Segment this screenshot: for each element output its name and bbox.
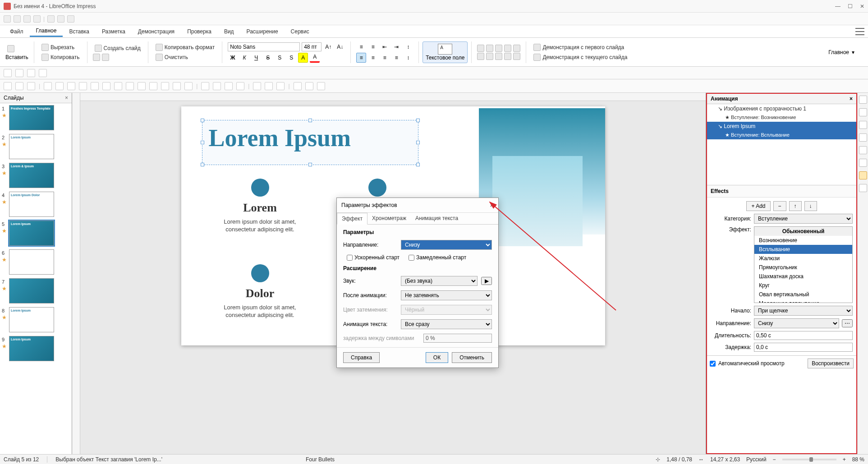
filter-icon[interactable]: [276, 82, 285, 90]
menu-file[interactable]: Файл: [4, 27, 30, 37]
font-size-input[interactable]: [302, 42, 321, 51]
slide-thumb-7[interactable]: 7★: [2, 278, 70, 303]
tb2-icon-3[interactable]: [27, 69, 35, 77]
menu-slideshow[interactable]: Демонстрация: [132, 27, 181, 37]
arrange-icon[interactable]: [225, 82, 233, 90]
direction-select[interactable]: Снизу: [754, 318, 839, 328]
master-slides-icon[interactable]: [859, 184, 867, 192]
move-up-button[interactable]: ↑: [789, 201, 802, 211]
menu-review[interactable]: Проверка: [181, 27, 218, 37]
distribute-icon[interactable]: [236, 82, 244, 90]
demo-current-button[interactable]: Демонстрация с текущего слайда: [532, 53, 629, 62]
transitions-icon[interactable]: [859, 159, 867, 167]
layout-icon[interactable]: [93, 54, 100, 61]
highlight-button[interactable]: A: [298, 53, 308, 63]
layout-dropdown-icon[interactable]: [102, 54, 109, 61]
slide-column-3[interactable]: Dolor Lorem ipsum dolor sit amet, consec…: [208, 264, 312, 319]
menu-home[interactable]: Главное: [30, 26, 63, 37]
slide-thumb-8[interactable]: 8★Lorem Ipsum: [2, 307, 70, 332]
effect-item-2[interactable]: Жалюзи: [754, 254, 852, 263]
chevron-down-icon[interactable]: ▾: [852, 49, 854, 55]
undo-icon[interactable]: [47, 15, 55, 23]
edit-points-icon[interactable]: [294, 82, 302, 90]
indent-decrease-icon[interactable]: ⇤: [380, 42, 390, 52]
dialog-ok-button[interactable]: ОК: [426, 352, 448, 363]
flowchart-icon[interactable]: [149, 82, 157, 90]
clear-format-button[interactable]: Очистить: [154, 53, 216, 62]
format-painter-button[interactable]: Копировать формат: [154, 43, 216, 52]
slide-thumb-9[interactable]: 9★Lorem Ipsum: [2, 336, 70, 361]
line-shape-icon[interactable]: [67, 82, 75, 90]
slide-thumb-3[interactable]: 3★Lorem & Ipsum: [2, 163, 70, 188]
indent-increase-icon[interactable]: ⇥: [391, 42, 401, 52]
effect-options-button[interactable]: ⋯: [842, 319, 853, 327]
media-icon[interactable]: [495, 53, 502, 60]
line-tool-icon[interactable]: [477, 45, 484, 52]
move-down-button[interactable]: ↓: [804, 201, 817, 211]
tb2-icon-2[interactable]: [15, 69, 23, 77]
decrease-font-icon[interactable]: A↓: [335, 42, 345, 52]
align-right-icon[interactable]: ≡: [380, 53, 390, 63]
strikethrough-button[interactable]: S: [263, 53, 273, 63]
zoom-slider[interactable]: [782, 459, 836, 460]
increase-font-icon[interactable]: A↑: [323, 42, 333, 52]
slide-thumb-6[interactable]: 6★: [2, 249, 70, 275]
basic-shapes-icon[interactable]: [114, 82, 122, 90]
duration-input[interactable]: [754, 331, 853, 340]
dialog-close-icon[interactable]: ×: [490, 202, 494, 209]
shapes-sidebar-icon[interactable]: [859, 146, 867, 154]
table-icon[interactable]: [486, 53, 493, 60]
slide-thumb-4[interactable]: 4★Lorem Ipsum Dolor: [2, 192, 70, 217]
arrow-shape-icon[interactable]: [79, 82, 87, 90]
styles-icon[interactable]: [859, 108, 867, 116]
shadow-icon[interactable]: [253, 82, 261, 90]
slide-thumb-5[interactable]: 5★Lorem Ipsum: [2, 221, 70, 246]
status-zoom[interactable]: 88 %: [852, 456, 864, 463]
italic-button[interactable]: К: [239, 53, 249, 63]
auto-preview-checkbox[interactable]: [710, 361, 716, 367]
slide-column-1[interactable]: Lorem Lorem ipsum dolor sit amet, consec…: [208, 179, 312, 234]
start-select[interactable]: При щелчке: [754, 306, 853, 316]
block-arrows-icon[interactable]: [138, 82, 146, 90]
image-icon[interactable]: [513, 45, 520, 52]
animation-panel-close-icon[interactable]: ×: [850, 96, 853, 102]
effect-item-5[interactable]: Круг: [754, 281, 852, 290]
3d-icon[interactable]: [184, 82, 193, 90]
properties-icon[interactable]: [859, 96, 867, 104]
slide-title-text[interactable]: Lorem Ipsum: [202, 120, 418, 156]
slides-panel-close-icon[interactable]: ×: [65, 95, 68, 101]
align-objects-icon[interactable]: [213, 82, 221, 90]
valign-icon[interactable]: ↕: [403, 53, 413, 63]
effect-item-6[interactable]: Овал вертикальный: [754, 290, 852, 299]
anim-item-1[interactable]: ★ Вступление: Возникновение: [707, 113, 856, 122]
symbol-shapes-icon[interactable]: [126, 82, 134, 90]
ribbon-main-dropdown[interactable]: Главное: [828, 49, 849, 55]
connector-shape-icon[interactable]: [102, 82, 110, 90]
animation-list[interactable]: ↘ Изображения с прозрачностью 1★ Вступле…: [707, 104, 856, 185]
menu-view[interactable]: Вид: [218, 27, 240, 37]
category-select[interactable]: Вступление: [754, 214, 853, 224]
connector-icon[interactable]: [495, 45, 502, 52]
extrusion-icon[interactable]: [317, 82, 325, 90]
slides-list[interactable]: 1★Freshes Impress Template2★Lorem Ipsum3…: [0, 103, 72, 454]
stars-icon[interactable]: [173, 82, 181, 90]
save-as-icon[interactable]: [33, 15, 41, 23]
rect-shape-icon[interactable]: [44, 82, 52, 90]
slide-thumb-1[interactable]: 1★Freshes Impress Template: [2, 105, 70, 130]
zoom-tool-icon[interactable]: [15, 82, 23, 90]
dialog-help-button[interactable]: Справка: [343, 352, 380, 363]
dlg-after-select[interactable]: Не затемнять: [401, 290, 492, 300]
dlg-text-anim-select[interactable]: Все сразу: [401, 319, 492, 329]
glue-points-icon[interactable]: [305, 82, 313, 90]
shape-icon[interactable]: [504, 45, 511, 52]
remove-effect-button[interactable]: −: [773, 201, 786, 211]
object-icon[interactable]: [504, 53, 511, 60]
effect-list[interactable]: ОбыкновенныйВозникновениеВсплываниеЖалюз…: [754, 226, 853, 303]
play-button[interactable]: Воспроизвести: [808, 358, 854, 368]
gallery-icon[interactable]: [859, 121, 867, 129]
curve-tool-icon[interactable]: [486, 45, 493, 52]
copy-button[interactable]: Копировать: [40, 53, 82, 62]
ellipse-shape-icon[interactable]: [55, 82, 64, 90]
line-spacing-icon[interactable]: ↕: [403, 42, 413, 52]
anim-item-3[interactable]: ★ Вступление: Всплывание: [707, 131, 856, 139]
